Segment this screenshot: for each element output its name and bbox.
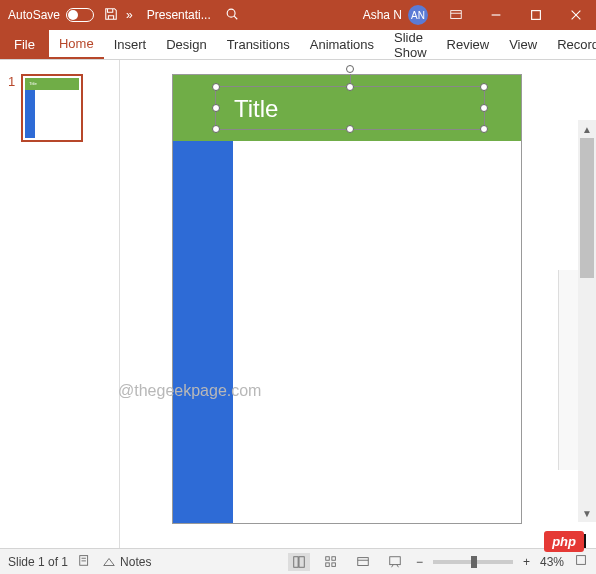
slide-indicator: Slide 1 of 1 — [8, 555, 68, 569]
minimize-button[interactable] — [476, 0, 516, 30]
zoom-in-icon[interactable]: + — [523, 555, 530, 569]
search-button[interactable] — [215, 7, 249, 24]
svg-rect-14 — [326, 556, 330, 560]
fit-to-window-icon[interactable] — [574, 553, 588, 570]
svg-rect-12 — [294, 556, 298, 567]
tab-file[interactable]: File — [0, 30, 49, 59]
thumbnail-preview: Title — [21, 74, 83, 142]
slide-sorter-view-icon[interactable] — [320, 553, 342, 571]
thumbnail-1[interactable]: 1 Title — [0, 74, 119, 142]
resize-handle[interactable] — [346, 125, 354, 133]
user-account[interactable]: Asha N AN — [363, 5, 436, 25]
reading-view-icon[interactable] — [352, 553, 374, 571]
save-icon[interactable] — [104, 7, 118, 24]
autosave-toggle[interactable]: AutoSave — [0, 8, 94, 22]
scroll-up-icon[interactable]: ▲ — [578, 120, 596, 138]
svg-rect-20 — [390, 556, 401, 564]
ribbon-tabs: File Home Insert Design Transitions Anim… — [0, 30, 596, 60]
resize-handle[interactable] — [480, 83, 488, 91]
svg-rect-17 — [332, 562, 336, 566]
php-badge: php — [544, 531, 584, 552]
more-commands-icon[interactable]: » — [126, 8, 133, 22]
tab-home[interactable]: Home — [49, 30, 104, 59]
resize-handle[interactable] — [480, 104, 488, 112]
zoom-slider-knob[interactable] — [471, 556, 477, 568]
notes-button[interactable]: Notes — [102, 555, 151, 569]
thumbnail-number: 1 — [8, 74, 15, 142]
zoom-slider[interactable] — [433, 560, 513, 564]
resize-handle[interactable] — [346, 83, 354, 91]
slide[interactable]: Title — [172, 74, 522, 524]
title-bar: AutoSave » Presentati... Asha N AN — [0, 0, 596, 30]
file-name: Presentati... — [143, 8, 215, 22]
scrollbar-thumb[interactable] — [580, 138, 594, 278]
tab-transitions[interactable]: Transitions — [217, 30, 300, 59]
tab-design[interactable]: Design — [156, 30, 216, 59]
resize-handle[interactable] — [212, 125, 220, 133]
slideshow-view-icon[interactable] — [384, 553, 406, 571]
slide-thumbnails-pane: 1 Title — [0, 60, 120, 548]
rotate-handle-icon[interactable] — [346, 65, 354, 73]
slide-canvas-area: Title — [120, 60, 596, 548]
zoom-value[interactable]: 43% — [540, 555, 564, 569]
spellcheck-icon[interactable] — [78, 553, 92, 570]
resize-handle[interactable] — [480, 125, 488, 133]
tab-view[interactable]: View — [499, 30, 547, 59]
resize-handle[interactable] — [212, 104, 220, 112]
normal-view-icon[interactable] — [288, 553, 310, 571]
notes-label: Notes — [120, 555, 151, 569]
tab-insert[interactable]: Insert — [104, 30, 157, 59]
tab-recording[interactable]: Recordi — [547, 30, 596, 59]
zoom-out-icon[interactable]: − — [416, 555, 423, 569]
svg-rect-16 — [326, 562, 330, 566]
svg-point-0 — [227, 9, 235, 17]
svg-line-1 — [234, 16, 237, 19]
toggle-off-icon — [66, 8, 94, 22]
autosave-label: AutoSave — [8, 8, 60, 22]
vertical-scrollbar[interactable]: ▲ ▼ — [578, 120, 596, 522]
svg-rect-5 — [532, 11, 541, 20]
close-button[interactable] — [556, 0, 596, 30]
resize-handle[interactable] — [212, 83, 220, 91]
svg-rect-2 — [451, 11, 462, 19]
scroll-down-icon[interactable]: ▼ — [578, 504, 596, 522]
work-area: 1 Title T — [0, 60, 596, 548]
tab-review[interactable]: Review — [437, 30, 500, 59]
maximize-button[interactable] — [516, 0, 556, 30]
slide-sidebar-shape[interactable] — [173, 141, 233, 523]
svg-rect-23 — [577, 556, 586, 565]
title-placeholder[interactable]: Title — [215, 86, 485, 130]
user-name: Asha N — [363, 8, 402, 22]
status-bar: Slide 1 of 1 Notes − + 43% — [0, 548, 596, 574]
collapsed-pane[interactable] — [558, 270, 578, 470]
tab-slide-show[interactable]: Slide Show — [384, 30, 437, 59]
ribbon-display-options[interactable] — [436, 0, 476, 30]
svg-rect-15 — [332, 556, 336, 560]
svg-rect-13 — [299, 556, 304, 567]
svg-rect-18 — [358, 557, 369, 565]
tab-animations[interactable]: Animations — [300, 30, 384, 59]
user-avatar: AN — [408, 5, 428, 25]
